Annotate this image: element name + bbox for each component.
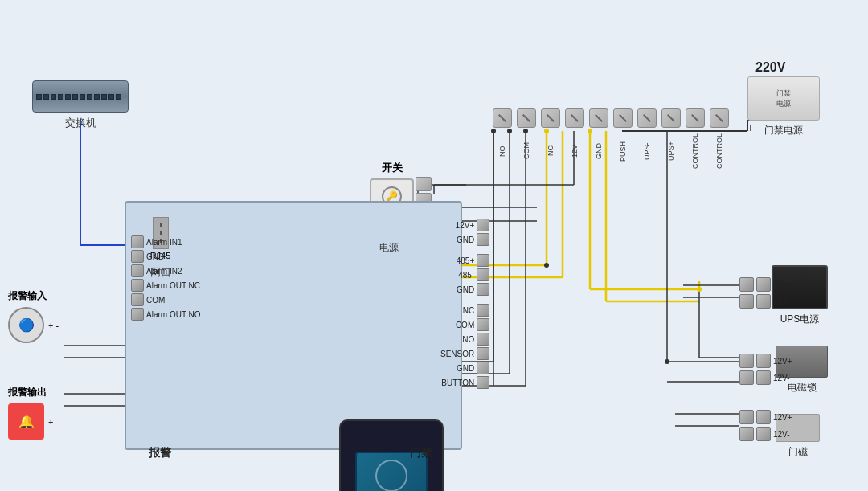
top-term-screw-NO [493, 108, 512, 128]
dm-term-row-2: 12V- [739, 427, 792, 441]
switch-port [108, 94, 114, 100]
alarm-term-row-4: Alarm OUT NC [131, 279, 201, 292]
alarm-term-row-6: Alarm OUT NO [131, 308, 201, 321]
rs485-label-3: GND [457, 285, 474, 294]
door-magnet-label: 门磁 [776, 445, 820, 459]
top-term-12V: 12V [563, 108, 587, 171]
spacer2 [440, 297, 489, 304]
rs485-term-row-1: 485+ [440, 254, 489, 267]
alarm-label-5: COM [146, 296, 165, 305]
top-term-COM: COM [514, 108, 538, 171]
mag-label-12vminus: 12V- [773, 374, 790, 383]
access-screw-3 [477, 333, 489, 346]
alarm-smoke-row: 🔵 + - [8, 307, 59, 343]
switch-port [72, 94, 78, 100]
exit-button-title: 开关 [370, 161, 414, 175]
ups-screw-3 [739, 294, 754, 309]
rs485-term-row-3: GND [440, 283, 489, 296]
alarm-term-row-3: Alarm IN2 [131, 264, 201, 277]
dm-screw-2 [756, 410, 771, 424]
mag-screw-4 [756, 370, 771, 385]
dm-term-row-1: 12V+ [739, 410, 792, 424]
rs485-screw-3 [477, 283, 489, 296]
top-term-screw-NC [541, 108, 560, 128]
switch-label: 交换机 [32, 116, 129, 130]
access-screw-2 [477, 318, 489, 331]
power-term-row-1: 12V+ [440, 219, 489, 231]
power-label-1: 12V+ [456, 221, 475, 230]
access-terminals: 12V+ GND 485+ 485- GND NC COM [440, 217, 489, 391]
top-term-label-NO: NO [498, 131, 506, 171]
power-screw-2 [477, 233, 489, 246]
alarm-section-label: 报警 [149, 446, 171, 460]
mag-screw-3 [739, 370, 754, 385]
alarm-siren-row: 🔔 + - [8, 403, 59, 440]
rs485-label-1: 485+ [457, 256, 475, 265]
switch-port [65, 94, 71, 100]
tplink-face-circle [375, 460, 407, 491]
access-label-3: NO [462, 335, 474, 344]
access-label-5: GND [457, 364, 474, 373]
access-term-row-2: COM [440, 318, 489, 331]
switch-port [94, 94, 100, 100]
switch-port [101, 94, 107, 100]
switch-port [80, 94, 85, 100]
power-supply-inner-text: 门禁电源 [776, 88, 791, 109]
top-term-label-COM: COM [522, 131, 530, 171]
alarm-term-row-2: GND [131, 250, 201, 263]
ups-term-row-2: 12V- [739, 294, 792, 309]
access-screw-6 [477, 376, 489, 389]
ups-screw-1 [739, 277, 754, 292]
access-term-row-5: GND [440, 362, 489, 374]
power-supply-device: 门禁电源 [747, 76, 820, 121]
access-term-row-1: NC [440, 304, 489, 317]
switch-port [43, 94, 49, 100]
mag-term-row-2: 12V- [739, 370, 792, 385]
top-term-PUSH: PUSH [611, 108, 635, 171]
power-label-2: GND [457, 235, 474, 244]
smoke-detector: 🔵 [8, 307, 44, 343]
exit-term [416, 177, 432, 191]
top-term-label-CONTROL2: CONTROL [715, 131, 723, 171]
top-terminal-strip: NO COM NC 12V GND PUSH UPS- UPS+ [490, 108, 731, 171]
top-term-UPS+: UPS+ [659, 108, 683, 171]
voltage-220-label: 220V [755, 60, 785, 75]
ups-label-12vplus: 12V+ [773, 280, 792, 289]
power-supply-label: 门禁电源 [747, 124, 820, 137]
alarm-input-section: 报警输入 🔵 + - [8, 289, 59, 346]
alarm-screw-5 [131, 293, 144, 306]
dm-label-12vminus: 12V- [773, 430, 790, 439]
spacer [440, 248, 489, 254]
top-term-label-UPS-: UPS- [643, 131, 651, 171]
top-term-CONTROL2: CONTROL [707, 108, 731, 171]
power-supply-box: 门禁电源 门禁电源 [747, 76, 820, 137]
switch-port [58, 94, 63, 100]
top-term-NC: NC [538, 108, 563, 171]
diagram-container: 交换机 开关 🔑 EXIT NO COM NC 12V [0, 0, 868, 491]
switch-port [87, 94, 92, 100]
access-term-row-3: NO [440, 333, 489, 346]
rs485-screw-1 [477, 254, 489, 267]
rs485-label-2: 485- [458, 271, 474, 280]
dm-label-12vplus: 12V+ [773, 413, 792, 422]
top-term-screw-PUSH [613, 108, 633, 128]
door-magnet-terminals: 12V+ 12V- [739, 410, 792, 444]
dm-screw-3 [739, 427, 754, 441]
top-term-screw-COM [517, 108, 536, 128]
alarm-terminals: Alarm IN1 GND Alarm IN2 Alarm OUT NC COM… [131, 229, 201, 322]
alarm-label-6: Alarm OUT NO [146, 310, 201, 319]
svg-point-57 [665, 359, 669, 364]
top-term-screw-CONTROL1 [686, 108, 705, 128]
ups-label-12vminus: 12V- [773, 297, 790, 306]
top-term-label-GND: GND [595, 131, 603, 171]
mag-screw-2 [756, 354, 771, 368]
ups-screw-4 [756, 294, 771, 309]
alarm-label-2: GND [146, 252, 164, 261]
alarm-label-4: Alarm OUT NC [146, 281, 200, 290]
dm-screw-4 [756, 427, 771, 441]
mag-label-12vplus: 12V+ [773, 357, 792, 366]
alarm-label-1: Alarm IN1 [146, 238, 182, 247]
access-label-6: BUTTON [441, 378, 474, 387]
power-terminal-label: 电源 [379, 241, 399, 255]
access-section-label: 门禁 [410, 446, 432, 460]
